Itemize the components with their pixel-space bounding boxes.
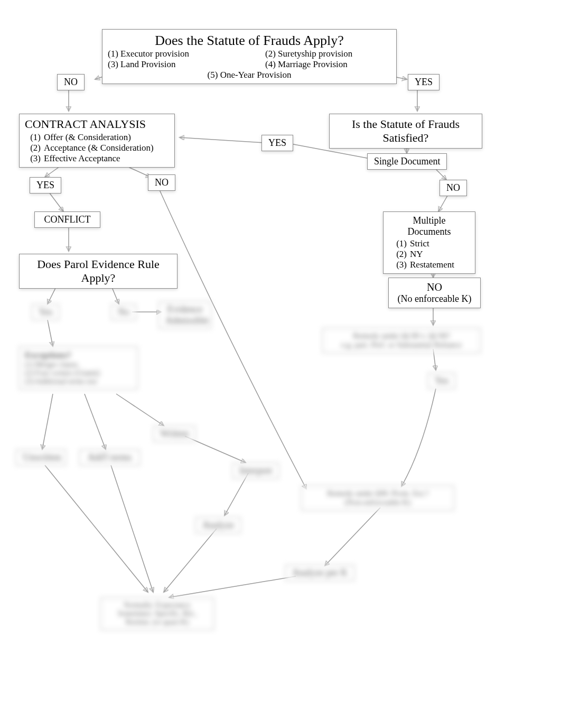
parol-yes: Yes xyxy=(32,304,59,320)
contract-analysis-title: CONTRACT ANALYSIS xyxy=(25,117,169,131)
interpret-box: Interpret xyxy=(232,463,279,479)
written-box: Written xyxy=(153,426,195,442)
addl-terms-box: Add'l terms xyxy=(79,449,140,466)
contract-yes: YES xyxy=(30,177,61,193)
md-item1: Strict xyxy=(410,238,429,249)
single-doc-no: NO xyxy=(440,180,467,196)
analyze-box: Analyze xyxy=(195,517,241,533)
parol-no: No xyxy=(111,304,136,320)
normally-box: Normally: Expectancy Sometimes: Specific… xyxy=(100,597,214,630)
ca-item3: Effective Acceptance xyxy=(44,153,120,164)
statute-no: NO xyxy=(57,74,85,90)
statute-title: Does the Statute of Frauds Apply? xyxy=(108,33,391,49)
parol-title: Does Parol Evidence Rule Apply? xyxy=(37,257,160,284)
prov-3: (3) Land Provision xyxy=(108,59,233,70)
single-document-box: Single Document xyxy=(367,153,447,170)
exceptions-title: Exceptions? xyxy=(25,350,132,361)
prov-1: (1) Executor provision xyxy=(108,49,233,59)
blurred-region: Yes No Evidence Admissible Exceptions? (… xyxy=(0,296,561,728)
exceptions-box: Exceptions? (1) Merger clause, (2) Four … xyxy=(19,346,138,390)
label-no: NO xyxy=(64,77,78,87)
prov-2: (2) Suretyship provision xyxy=(265,49,391,59)
satisfied-title: Is the Statute of Frauds Satisfied? xyxy=(352,117,460,144)
remedy-8990-box: Remedy under §§ 89 v. §§ 90? e.g. part. … xyxy=(322,328,481,353)
contract-analysis-box: CONTRACT ANALYSIS (1)Offer (& Considerat… xyxy=(19,114,175,168)
single-doc-yes: YES xyxy=(261,135,293,151)
multi-docs-title: Multiple Documents xyxy=(391,215,467,237)
md-item2: NY xyxy=(410,249,423,260)
exc-item1: (1) Merger clause, xyxy=(25,361,132,369)
md-item3: Restatement xyxy=(410,260,454,270)
unwritten-box: Unwritten xyxy=(16,449,66,466)
ca-item1: Offer (& Consideration) xyxy=(44,132,131,143)
satisfied-box: Is the Statute of Frauds Satisfied? xyxy=(329,114,482,149)
no-enf-line1: NO xyxy=(394,281,475,293)
exc-item2: (2) Four corners (Gianni) xyxy=(25,369,132,377)
exc-item3: (3) Additional terms test xyxy=(25,377,132,386)
prov-5: (5) One-Year Provision xyxy=(108,70,391,80)
ca-item2: Acceptance (& Consideration) xyxy=(44,143,154,153)
remedy-yes: Yes xyxy=(428,373,455,389)
contract-no: NO xyxy=(148,174,175,191)
statute-yes: YES xyxy=(408,74,440,90)
prov-4: (4) Marriage Provision xyxy=(265,59,391,70)
label-yes: YES xyxy=(415,77,433,87)
statute-of-frauds-box: Does the Statute of Frauds Apply? (1) Ex… xyxy=(102,29,397,84)
remedy-90-box: Remedy under §90: Prom. Est.? (Non-enfor… xyxy=(301,485,454,511)
analyze-per-k-box: Analyze per K xyxy=(285,565,354,581)
conflict-box: CONFLICT xyxy=(34,211,100,228)
evidence-admissible-box: Evidence Admissible xyxy=(158,301,211,329)
parol-evidence-box: Does Parol Evidence Rule Apply? xyxy=(19,254,177,289)
multiple-documents-box: Multiple Documents (1)Strict (2)NY (3)Re… xyxy=(383,211,475,274)
